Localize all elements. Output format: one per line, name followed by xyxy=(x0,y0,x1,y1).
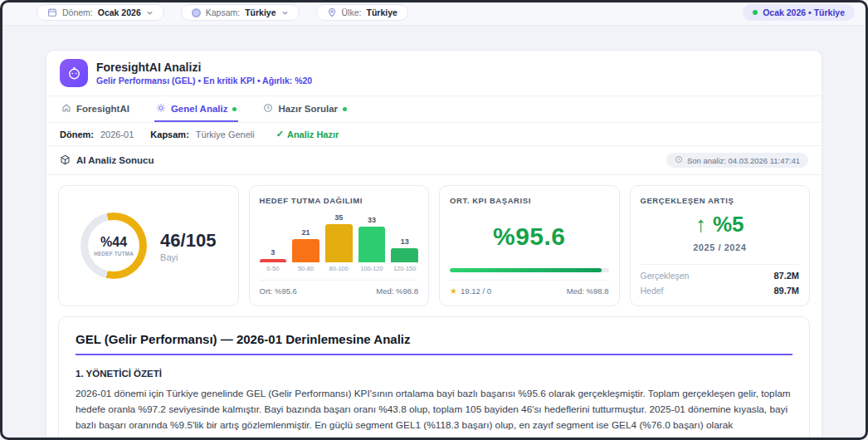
bar-value: 33 xyxy=(358,216,386,224)
kpi-basari-card: ORT. KPI BAŞARISI %95.6 ★ 19.12 / 0 Med:… xyxy=(439,185,620,306)
row-label: Hedef xyxy=(641,286,664,296)
scope-label: Kapsam: xyxy=(150,130,188,139)
last-analysis-pill: Son analiz: 04.03.2026 11:47:41 xyxy=(666,153,808,168)
tab-label: Genel Analiz xyxy=(171,104,228,114)
gear-icon xyxy=(156,103,166,115)
status-dot xyxy=(232,107,237,111)
country-filter[interactable]: Ülke: Türkiye xyxy=(316,4,408,21)
status-dot xyxy=(343,107,347,111)
main-panel: ForesightAI Analizi Gelir Performansı (G… xyxy=(46,50,822,440)
section-title: AI Analiz Sonucu xyxy=(76,155,154,165)
histogram-column: 21 50-80 xyxy=(292,228,319,272)
analysis-context-row: Dönem: 2026-01 Kapsam: Türkiye Geneli ✓ … xyxy=(46,123,822,146)
period-label: Dönem: xyxy=(60,130,94,139)
tab-hazir-sorular[interactable]: Hazır Sorular xyxy=(261,96,349,122)
histogram-column: 35 80-100 xyxy=(325,213,353,272)
hedef-tutma-card: %44 HEDEF TUTMA 46/105 Bayi xyxy=(58,185,239,306)
period-filter-value: Ocak 2026 xyxy=(98,7,141,17)
row-label: Gerçekleşen xyxy=(641,271,690,281)
country-filter-value: Türkiye xyxy=(366,7,397,17)
row-value: 89.7M xyxy=(773,286,799,296)
bar-value: 21 xyxy=(292,228,319,237)
kpi-value: %95.6 xyxy=(450,205,609,268)
kpi-footnote: 19.12 / 0 xyxy=(461,286,491,296)
card-title: HEDEF TUTMA DAĞILIMI xyxy=(260,196,419,205)
dealer-ratio-caption: Bayi xyxy=(160,252,216,262)
histogram-bar xyxy=(292,239,319,262)
histogram-column: 3 0-50 xyxy=(260,248,287,272)
bar-category: 0-50 xyxy=(260,265,287,272)
histogram-bar xyxy=(260,259,287,262)
histogram-bar xyxy=(358,227,386,262)
robot-icon xyxy=(60,59,88,87)
histogram-bar xyxy=(325,224,353,262)
calendar-icon xyxy=(47,7,57,17)
context-badge-label: Ocak 2026 • Türkiye xyxy=(763,7,845,17)
histogram-column: 13 120-150 xyxy=(391,237,418,272)
check-icon: ✓ xyxy=(276,129,284,139)
row-value: 87.2M xyxy=(773,271,799,281)
ai-cube-icon xyxy=(60,154,71,167)
bar-value: 3 xyxy=(260,248,287,257)
scope-value: Türkiye Geneli xyxy=(196,130,255,139)
scope-filter[interactable]: Kapsam: Türkiye xyxy=(181,4,300,21)
section-header: AI Analiz Sonucu Son analiz: 04.03.2026 … xyxy=(46,146,822,175)
kpi-cards-row: %44 HEDEF TUTMA 46/105 Bayi HEDEF TUTMA … xyxy=(46,175,822,306)
card-title: GERÇEKLEŞEN ARTIŞ xyxy=(641,196,800,205)
status-badge: ✓ Analiz Hazır xyxy=(276,129,339,139)
kpi-progress-fill xyxy=(450,268,602,272)
period-value: 2026-01 xyxy=(100,130,134,139)
gerceklesen-artis-card: GERÇEKLEŞEN ARTIŞ ↑ %5 2025 / 2024 Gerçe… xyxy=(630,185,811,306)
kpi-progress-track xyxy=(450,268,609,272)
growth-row-target: Hedef 89.7M xyxy=(641,286,800,296)
chevron-down-icon xyxy=(146,9,154,17)
card-title: ORT. KPI BAŞARISI xyxy=(450,196,609,205)
donut-percent: %44 xyxy=(100,235,127,250)
context-badge: Ocak 2026 • Türkiye xyxy=(743,4,855,21)
growth-row-realized: Gerçekleşen 87.2M xyxy=(641,271,800,281)
tab-label: Hazır Sorular xyxy=(278,104,338,114)
clock-icon xyxy=(263,103,273,115)
histogram-median: Med: %98.8 xyxy=(376,286,418,296)
growth-period: 2025 / 2024 xyxy=(693,242,746,252)
last-analysis-text: Son analiz: 04.03.2026 11:47:41 xyxy=(687,156,800,165)
pin-icon xyxy=(327,7,337,17)
scope-icon xyxy=(192,8,201,17)
bar-value: 13 xyxy=(391,237,418,246)
donut-caption: HEDEF TUTMA xyxy=(94,251,134,257)
chevron-down-icon xyxy=(281,9,289,17)
dealer-ratio: 46/105 xyxy=(160,230,216,252)
status-dot xyxy=(753,10,758,15)
page-title: ForesightAI Analizi xyxy=(96,61,312,74)
bar-category: 100-120 xyxy=(358,265,386,272)
period-filter[interactable]: Dönem: Ocak 2026 xyxy=(37,4,164,21)
tab-genel-analiz[interactable]: Genel Analiz xyxy=(154,96,239,122)
kpi-median: Med: %98.8 xyxy=(567,286,609,296)
histogram: 3 0-50 21 50-80 35 80-100 33 100 xyxy=(260,213,419,272)
star-icon: ★ xyxy=(450,286,457,296)
scope-filter-value: Türkiye xyxy=(245,7,276,17)
bar-category: 120-150 xyxy=(391,265,418,272)
status-text: Analiz Hazır xyxy=(287,130,339,139)
histogram-column: 33 100-120 xyxy=(358,216,386,272)
tab-bar: ForesightAI Genel Analiz Hazır Sorular xyxy=(46,96,822,123)
panel-header: ForesightAI Analizi Gelir Performansı (G… xyxy=(46,51,822,96)
top-filter-bar: Dönem: Ocak 2026 Kapsam: Türkiye Ülke: T… xyxy=(0,0,868,26)
scope-filter-label: Kapsam: xyxy=(206,7,240,17)
history-clock-icon xyxy=(675,155,683,165)
bar-value: 35 xyxy=(325,213,353,222)
analysis-subheading: 1. YÖNETİCİ ÖZETİ xyxy=(76,369,792,379)
tab-label: ForesightAI xyxy=(76,104,129,114)
tab-foresightai[interactable]: ForesightAI xyxy=(60,96,131,122)
analysis-heading: GEL (Gelir Performansı) — 2026-01 Derinl… xyxy=(76,332,792,355)
analysis-paragraph: 2026-01 dönemi için Türkiye genelinde GE… xyxy=(76,386,792,440)
page-subtitle: Gelir Performansı (GEL) • En kritik KPI … xyxy=(96,76,312,86)
bar-category: 50-80 xyxy=(292,265,319,272)
hedef-dagilim-card: HEDEF TUTMA DAĞILIMI 3 0-50 21 50-80 35 … xyxy=(249,185,430,306)
home-icon xyxy=(61,103,71,115)
histogram-mean: Ort: %95.6 xyxy=(260,286,297,296)
analysis-report: GEL (Gelir Performansı) — 2026-01 Derinl… xyxy=(58,316,810,440)
period-filter-label: Dönem: xyxy=(62,7,93,17)
country-filter-label: Ülke: xyxy=(342,7,362,17)
donut-ring: %44 HEDEF TUTMA xyxy=(80,213,147,279)
